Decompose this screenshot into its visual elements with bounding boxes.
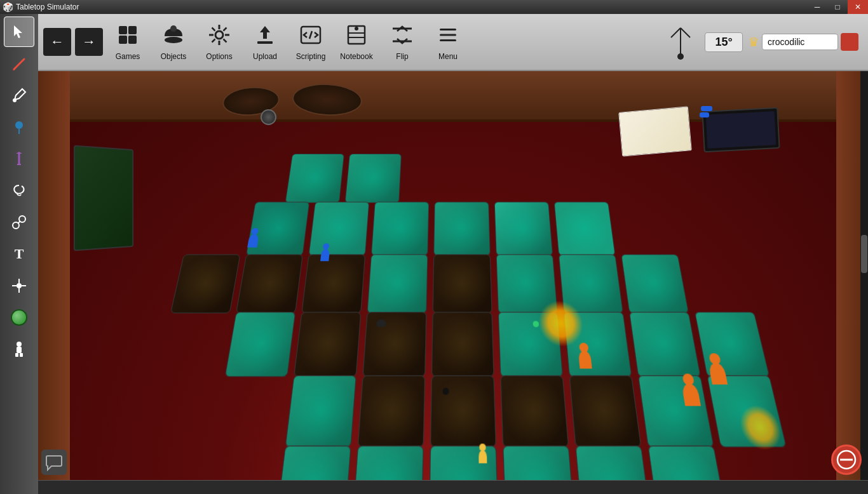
scripting-icon <box>299 23 322 50</box>
tile-r1c1[interactable] <box>285 154 344 203</box>
options-button[interactable]: Options <box>196 16 242 68</box>
tile-r4c3[interactable] <box>362 312 426 377</box>
sidebar-tool-draw[interactable] <box>4 48 34 79</box>
no-entry-button[interactable] <box>831 444 862 475</box>
sidebar-tool-chain[interactable] <box>4 207 34 237</box>
tile-r2c3[interactable] <box>371 202 430 256</box>
titlebar: 🎲 Tabletop Simulator ─ □ ✕ <box>0 0 868 14</box>
svg-rect-0 <box>119 26 127 34</box>
tile-r5c1[interactable] <box>285 375 356 448</box>
upload-icon <box>254 23 276 50</box>
menu-icon <box>437 23 459 50</box>
tile-r4c4[interactable] <box>431 312 494 377</box>
tile-r4c8[interactable] <box>695 312 770 377</box>
right-scrollbar[interactable] <box>860 71 868 480</box>
tile-r2c6[interactable] <box>554 202 616 256</box>
tile-r3c1[interactable] <box>236 254 303 313</box>
edge-item-left <box>74 145 133 251</box>
titlebar-title: Tabletop Simulator <box>16 3 807 11</box>
nav-back-button[interactable]: ← <box>43 28 71 56</box>
tile-r3c2[interactable] <box>301 254 365 313</box>
flip-button[interactable]: Flip <box>379 16 425 68</box>
sidebar-tool-pin[interactable] <box>4 112 34 142</box>
options-icon <box>208 23 231 50</box>
username-input[interactable] <box>762 34 838 50</box>
tile-r4c7[interactable] <box>629 312 701 377</box>
notebook-label: Notebook <box>340 52 372 61</box>
tile-r3c4[interactable] <box>433 254 492 313</box>
scripting-button[interactable]: Scripting <box>288 16 334 68</box>
sidebar-tool-pointer[interactable] <box>4 17 34 47</box>
crown-icon: ♛ <box>748 34 759 50</box>
svg-line-17 <box>309 31 312 39</box>
objects-button[interactable]: Objects <box>151 16 196 68</box>
games-button[interactable]: Games <box>105 16 151 68</box>
angle-display: 15° <box>705 32 743 52</box>
blue-piece-1 <box>701 106 712 111</box>
svg-point-30 <box>677 53 684 60</box>
upload-button[interactable]: Upload <box>242 16 288 68</box>
user-color-button[interactable] <box>841 33 858 51</box>
chat-button[interactable] <box>41 450 67 475</box>
tile-r1c2[interactable] <box>345 154 402 203</box>
games-label: Games <box>116 52 140 61</box>
svg-rect-26 <box>440 39 456 41</box>
tile-r2c2[interactable] <box>308 202 369 256</box>
svg-rect-47 <box>15 353 18 357</box>
svg-line-13 <box>224 27 227 30</box>
tile-r4c2[interactable] <box>294 312 361 377</box>
tile-r5c6[interactable] <box>638 375 714 448</box>
table-frame-top <box>38 71 868 122</box>
games-icon <box>116 23 139 50</box>
card-item <box>618 106 692 156</box>
tile-r2c4[interactable] <box>433 202 491 256</box>
svg-rect-48 <box>20 353 23 357</box>
toolbar-right: 15° ♛ <box>661 20 865 64</box>
sidebar-tool-lasso[interactable] <box>4 175 34 206</box>
svg-rect-25 <box>440 34 456 36</box>
menu-label: Menu <box>438 52 458 61</box>
meeple-blue-2 <box>320 249 330 261</box>
green-piece <box>532 321 539 327</box>
statusbar <box>38 480 868 494</box>
game-table <box>38 71 868 494</box>
tile-r3c0[interactable] <box>170 254 241 313</box>
svg-rect-1 <box>128 26 137 34</box>
tile-r2c5[interactable] <box>494 202 553 256</box>
nav-forward-button[interactable]: → <box>75 28 103 56</box>
svg-line-28 <box>671 28 681 37</box>
upload-label: Upload <box>253 52 277 61</box>
svg-point-4 <box>165 37 182 43</box>
tile-r5c3[interactable] <box>430 375 496 448</box>
svg-point-5 <box>170 25 177 32</box>
svg-line-29 <box>681 28 690 37</box>
menu-button[interactable]: Menu <box>425 16 471 68</box>
game-viewport <box>38 71 868 494</box>
meeple-yellow <box>478 450 487 464</box>
handedness-button[interactable] <box>661 20 700 64</box>
minimize-button[interactable]: ─ <box>807 0 827 14</box>
tile-r5c2[interactable] <box>358 375 426 448</box>
svg-rect-46 <box>17 347 22 353</box>
tile-r5c4[interactable] <box>500 375 569 448</box>
notebook-button[interactable]: Notebook <box>334 16 379 68</box>
svg-rect-24 <box>440 29 456 30</box>
objects-label: Objects <box>161 52 187 61</box>
tile-r4c1[interactable] <box>225 312 296 377</box>
sidebar-tool-paint[interactable] <box>4 80 34 110</box>
sidebar-tool-figurine[interactable] <box>4 334 34 364</box>
sidebar-tool-token[interactable] <box>4 302 34 333</box>
sidebar-tool-text[interactable]: T <box>4 239 34 269</box>
sidebar-tool-joint[interactable] <box>4 270 34 301</box>
scrollbar-thumb[interactable] <box>861 235 867 273</box>
svg-point-32 <box>13 98 17 102</box>
maximize-button[interactable]: □ <box>827 0 848 14</box>
tile-r5c5[interactable] <box>569 375 642 448</box>
svg-line-12 <box>224 39 227 42</box>
svg-point-21 <box>355 27 358 30</box>
tile-r3c3[interactable] <box>367 254 428 313</box>
sidebar-tool-pen[interactable] <box>4 144 34 174</box>
tile-r3c7[interactable] <box>621 254 689 313</box>
svg-point-40 <box>17 283 22 288</box>
close-button[interactable]: ✕ <box>848 0 868 14</box>
